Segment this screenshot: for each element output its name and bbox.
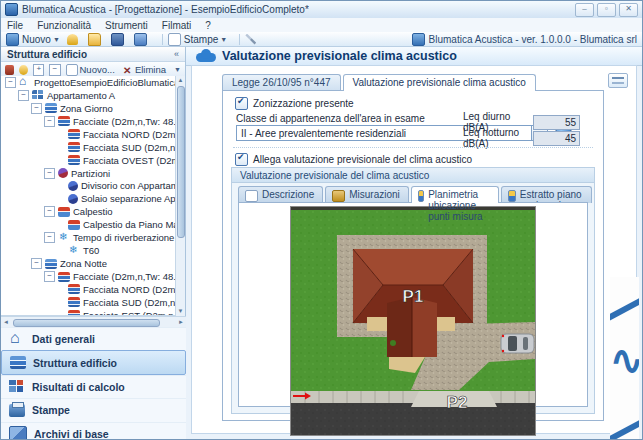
tree-node[interactable]: −Calpestio <box>1 205 177 218</box>
inner-tab-descrizione[interactable]: Descrizione <box>238 186 323 203</box>
tree-node-label: Tempo di riverberazione <box>73 232 174 243</box>
app-icon <box>5 3 18 16</box>
tree-expander-icon[interactable]: − <box>44 116 55 127</box>
inner-tab-estratto-piano-zonizzazione[interactable]: Estratto piano zonizzazione <box>501 186 592 203</box>
zonizzazione-checkbox[interactable]: Zonizzazione presente <box>235 97 354 110</box>
new-doc-icon <box>66 64 78 76</box>
menu-item-strumenti[interactable]: Strumenti <box>105 20 148 31</box>
tree-expander-icon[interactable]: − <box>31 258 42 269</box>
tree-node[interactable]: −Tempo di riverberazione <box>1 231 177 244</box>
open-folder-icon <box>88 33 101 46</box>
inner-tab-planimetria-ubicazione-punti-misura[interactable]: Planimetria ubicazione punti misura <box>411 186 499 203</box>
layers-rb-icon <box>68 129 80 139</box>
tree-node[interactable]: Facciata SUD (D2m,n,Tw: 53.3) <box>1 296 177 309</box>
close-button[interactable]: ✕ <box>619 3 638 17</box>
tree-toolbar-overflow-icon[interactable]: ▼ <box>174 66 181 73</box>
panel-toggle-button[interactable] <box>608 73 628 88</box>
tree-node[interactable]: −Facciate (D2m,n,Tw: 48.1) <box>1 115 177 128</box>
tree-node[interactable]: −Partizioni <box>1 167 177 180</box>
tree-node[interactable]: Facciata OVEST (D2m,n,Tw: 51.1) <box>1 154 177 167</box>
tree-expander-icon[interactable]: − <box>31 103 42 114</box>
sidebar-item-struttura-edificio[interactable]: Struttura edificio <box>1 350 186 374</box>
tree-node[interactable]: Solaio separazione Appartamento C Pia <box>1 192 177 205</box>
groupbox-title: Valutazione previsionale del clima acust… <box>232 168 594 183</box>
scroll-down-icon[interactable]: ▼ <box>176 307 185 316</box>
sidebar-item-archivi-di-base[interactable]: Archivi di base <box>1 422 186 440</box>
scroll-thumb[interactable] <box>13 319 160 327</box>
tree-node[interactable]: −Appartamento A <box>1 89 177 102</box>
scroll-thumb[interactable] <box>177 86 185 238</box>
version-text: Blumatica Acustica - ver. 1.0.0.0 - Blum… <box>429 34 637 45</box>
zonizzazione-label: Zonizzazione presente <box>253 98 354 109</box>
tree-node[interactable]: T60 <box>1 244 177 257</box>
sidebar-item-label: Risultati di calcolo <box>32 381 125 393</box>
meas-icon <box>332 190 345 202</box>
save-button[interactable] <box>111 33 127 46</box>
tree-node[interactable]: Facciata NORD (D2m,n,Tw: 54.3) <box>1 128 177 141</box>
sidebar-item-dati-generali[interactable]: Dati generali <box>1 327 186 350</box>
scroll-right-icon[interactable]: ► <box>178 317 184 327</box>
checkbox-checked-icon[interactable] <box>235 97 248 110</box>
sidebar-item-stampe[interactable]: Stampe <box>1 398 186 421</box>
save-all-button[interactable] <box>134 33 150 46</box>
page-title: Valutazione previsionale clima acustico <box>222 49 457 63</box>
tree-node[interactable]: Calpestio da Piano Mansarda (L'nw: 52 <box>1 218 177 231</box>
maximize-button[interactable]: ▫ <box>597 3 616 17</box>
planimetria-content: P1 P2 <box>238 202 588 407</box>
tree-node-label: Facciata SUD (D2m,n,Tw: 54.2) <box>83 142 177 153</box>
tree-node[interactable]: −Zona Notte <box>1 257 177 270</box>
tree-expander-icon[interactable]: − <box>44 232 55 243</box>
tree-expander-icon[interactable]: − <box>44 168 55 179</box>
menu-item-[interactable]: ? <box>205 20 211 31</box>
layers-icon <box>10 356 26 369</box>
tree-node[interactable]: −Facciate (D2m,n,Tw: 48.3) <box>1 270 177 283</box>
tree-expander-icon[interactable]: − <box>44 206 55 217</box>
tab-valutazione-previsionale-clima-acustico[interactable]: Valutazione previsionale clima acustico <box>343 74 536 91</box>
menu-item-funzionalit[interactable]: Funzionalità <box>37 20 91 31</box>
title-bar[interactable]: Blumatica Acustica - [Progettazione] - E… <box>1 1 642 18</box>
logo-bar <box>610 417 639 440</box>
nuovo-label: Nuovo <box>22 34 51 45</box>
tree-node[interactable]: −ProgettoEsempioEdificioBlumaticaComplet… <box>1 76 177 89</box>
allega-checkbox[interactable]: Allega valutazione previsionale del clim… <box>235 153 472 166</box>
tree-node-label: Partizioni <box>71 168 110 179</box>
tree-expander-icon[interactable]: − <box>5 77 16 88</box>
tree-node[interactable]: −Zona Giorno <box>1 102 177 115</box>
tree-elimina-button[interactable]: ✕ Elimina <box>123 64 166 75</box>
scroll-left-icon[interactable]: ◄ <box>3 317 9 327</box>
checkbox-checked-icon[interactable] <box>235 153 248 166</box>
tree-expander-icon[interactable]: − <box>44 271 55 282</box>
brand-icon <box>412 33 425 46</box>
collapse-all-button[interactable]: − <box>49 64 60 76</box>
allega-label: Allega valutazione previsionale del clim… <box>253 154 472 165</box>
collapse-sidebar-icon[interactable]: « <box>174 49 179 59</box>
key-icon[interactable] <box>19 65 28 75</box>
tree-node[interactable]: Facciata NORD (D2m,n,Tw: 53.2) <box>1 283 177 296</box>
tree-horizontal-scrollbar[interactable]: ◄ ► <box>1 316 186 327</box>
menu-item-filmati[interactable]: Filmati <box>162 20 191 31</box>
tree-node[interactable]: Divisorio con Appartamento B laterale ( <box>1 180 177 193</box>
open-button[interactable] <box>88 33 104 46</box>
nuovo-button[interactable]: Nuovo ▼ <box>6 33 60 46</box>
tab-legge-26-10-95-n-447[interactable]: Legge 26/10/95 n°447 <box>222 74 341 91</box>
tree-expander-icon[interactable]: − <box>18 90 29 101</box>
minimize-button[interactable]: – <box>575 3 594 17</box>
tree-node[interactable]: Facciata SUD (D2m,n,Tw: 54.2) <box>1 141 177 154</box>
menu-item-file[interactable]: File <box>7 20 23 31</box>
search-key-button[interactable] <box>67 34 81 45</box>
tree-node-label: ProgettoEsempioEdificioBlumaticaCompleto <box>34 77 177 88</box>
tree-nuovo-button[interactable]: Nuovo... <box>66 64 115 76</box>
toolbar-separator <box>239 34 240 45</box>
expand-all-button[interactable]: + <box>33 64 44 76</box>
layers-rb-icon <box>58 116 70 126</box>
tree-vertical-scrollbar[interactable]: ▲ ▼ <box>175 76 185 316</box>
stampe-button[interactable]: Stampe ▼ <box>168 33 227 46</box>
sidebar-item-risultati-di-calcolo[interactable]: Risultati di calcolo <box>1 375 186 398</box>
tree-node-label: Facciate (D2m,n,Tw: 48.3) <box>73 271 177 282</box>
scroll-up-icon[interactable]: ▲ <box>176 76 185 85</box>
tree-node[interactable]: Facciata EST (D2m,n,Tw: 52.8) <box>1 309 177 316</box>
tools-button[interactable] <box>245 34 259 45</box>
structure-icon[interactable] <box>5 65 14 75</box>
logo-scribble: ∿∿ <box>610 337 639 383</box>
inner-tab-misurazioni[interactable]: Misurazioni <box>325 186 409 203</box>
